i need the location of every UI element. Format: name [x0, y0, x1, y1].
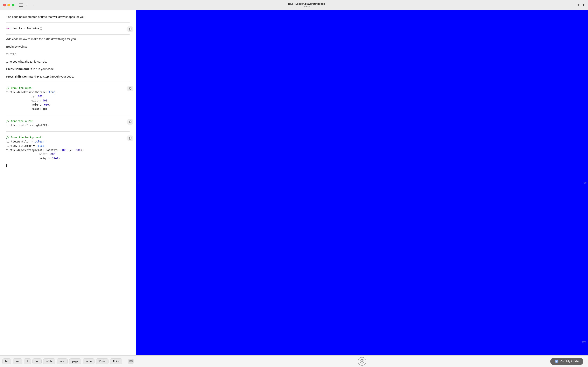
svg-rect-7 — [129, 137, 131, 139]
forward-button[interactable]: › — [31, 3, 35, 7]
keyword-point[interactable]: Point — [110, 359, 122, 364]
canvas-area: -4 30 -800 — [136, 10, 588, 355]
step-indicator[interactable] — [358, 357, 366, 366]
minimize-button[interactable] — [7, 4, 10, 6]
code-text-var-turtle: var turtle = Tortoise() — [6, 26, 130, 31]
code-block-background: // Draw the background turtle.penColor =… — [0, 134, 136, 162]
keyword-color[interactable]: Color — [96, 359, 108, 364]
code-block-draw-axes: // Draw the axes turtle.drawAxes(withSca… — [0, 84, 136, 113]
divider-5 — [6, 131, 130, 132]
axis-label-right: 30 — [584, 182, 587, 184]
code-block-pdf: // Generate a PDF turtle.renderDrawingTo… — [0, 118, 136, 129]
sidebar-toggle-button[interactable] — [19, 3, 23, 7]
cursor-line[interactable] — [0, 164, 136, 167]
copy-button-2[interactable] — [127, 86, 133, 91]
axis-label-left: -4 — [138, 182, 140, 184]
copy-button-1[interactable] — [127, 26, 133, 32]
title-area: Blur - Lesson.playgroundbook Sketch — [39, 2, 575, 8]
add-code-text: Add code below to make the turtle draw t… — [6, 37, 130, 42]
traffic-lights — [3, 4, 14, 6]
editor-area[interactable]: The code below creates a turtle that wil… — [0, 10, 136, 355]
code-hint-prose: turtle. — [0, 52, 136, 56]
keyword-var[interactable]: var — [13, 359, 22, 364]
step-bold: Shift-Command-R — [15, 75, 40, 78]
begin-text: Begin by typing: — [6, 44, 130, 49]
keyword-bar: let var if for while func page turtle Co… — [0, 355, 136, 367]
keyword-for[interactable]: for — [33, 359, 42, 364]
run-button-label: Run My Code — [560, 360, 579, 363]
run-prose: Press Command-R to run your code. — [0, 67, 136, 71]
intro-prose: The code below creates a turtle that wil… — [0, 15, 136, 19]
window-subtitle: Sketch — [303, 5, 310, 8]
main-content: The code below creates a turtle that wil… — [0, 10, 588, 367]
back-button[interactable]: ‹ — [25, 3, 29, 7]
text-cursor — [6, 164, 7, 167]
color-swatch — [43, 108, 45, 110]
editor-panel: The code below creates a turtle that wil… — [0, 10, 136, 367]
keyword-if[interactable]: if — [24, 359, 31, 364]
keyboard-toggle-icon[interactable]: ⌨ — [128, 359, 134, 364]
svg-rect-1 — [129, 28, 131, 30]
play-icon: ▶ — [555, 360, 558, 363]
close-button[interactable] — [3, 4, 6, 6]
keyword-func[interactable]: func — [57, 359, 68, 364]
divider-1 — [6, 22, 130, 23]
divider-2 — [6, 34, 130, 35]
step-text: Press Shift-Command-R to step through yo… — [6, 75, 130, 79]
share-button[interactable]: ⬆ — [582, 3, 585, 7]
copy-button-4[interactable] — [127, 135, 133, 141]
svg-rect-5 — [129, 121, 131, 123]
keyword-turtle[interactable]: turtle — [83, 359, 94, 364]
divider-3 — [6, 82, 130, 82]
bottom-controls: ▶ Run My Code — [136, 355, 588, 367]
nav-buttons: ‹ › — [25, 3, 35, 7]
step-prose: Press Shift-Command-R to step through yo… — [0, 75, 136, 79]
keyword-while[interactable]: while — [43, 359, 55, 364]
code-text-draw-axes: // Draw the axes turtle.drawAxes(withSca… — [6, 86, 130, 111]
window-title: Blur - Lesson.playgroundbook — [288, 2, 325, 5]
titlebar: ‹ › Blur - Lesson.playgroundbook Sketch … — [0, 0, 588, 10]
add-button[interactable]: + — [576, 3, 581, 7]
bottom-num-label: -800 — [581, 341, 586, 343]
run-bold: Command-R — [15, 67, 32, 71]
run-button[interactable]: ▶ Run My Code — [550, 358, 583, 365]
see-what-text: ... to see what the turtle can do. — [6, 59, 130, 64]
add-code-prose: Add code below to make the turtle draw t… — [0, 37, 136, 42]
code-block-var-turtle: var turtle = Tortoise() — [0, 25, 136, 32]
run-text: Press Command-R to run your code. — [6, 67, 130, 71]
keyword-page[interactable]: page — [69, 359, 81, 364]
canvas-panel: -4 30 -800 ▶ Run My Code — [136, 10, 588, 367]
keyword-let[interactable]: let — [2, 359, 11, 364]
copy-button-3[interactable] — [127, 119, 133, 125]
code-hint-text: turtle. — [6, 52, 18, 56]
maximize-button[interactable] — [12, 4, 14, 6]
code-text-background: // Draw the background turtle.penColor =… — [6, 135, 130, 161]
divider-4 — [6, 115, 130, 115]
begin-prose: Begin by typing: — [0, 44, 136, 49]
svg-rect-3 — [129, 87, 131, 89]
intro-text: The code below creates a turtle that wil… — [6, 15, 130, 19]
see-what-prose: ... to see what the turtle can do. — [0, 59, 136, 64]
code-text-pdf: // Generate a PDF turtle.renderDrawingTo… — [6, 119, 130, 127]
